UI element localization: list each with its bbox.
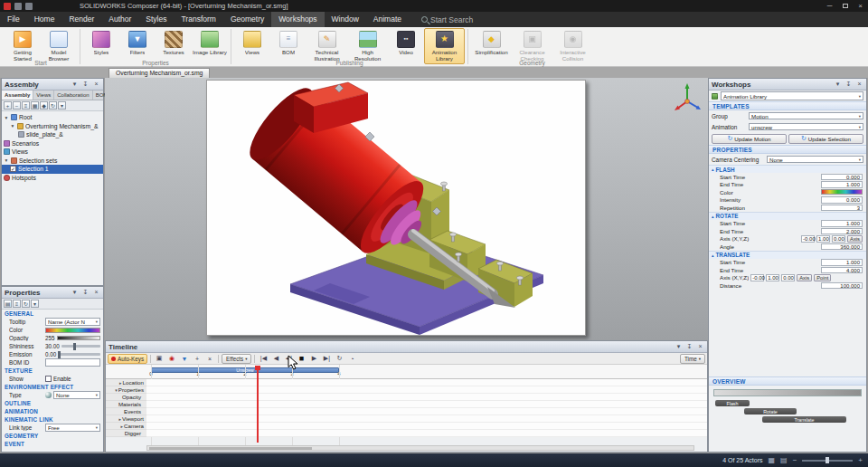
step-back-button[interactable]: ◀ xyxy=(270,354,281,364)
translate-axis-button[interactable]: Axis xyxy=(797,274,812,281)
section-kinematic[interactable]: KINEMATIC LINK xyxy=(2,415,103,424)
panel-menu-icon[interactable]: ▾ xyxy=(71,289,79,296)
orientation-triad[interactable] xyxy=(672,81,703,112)
panel-menu-icon[interactable]: ▾ xyxy=(71,81,79,88)
start-search[interactable]: Start Search xyxy=(421,12,473,27)
views-button[interactable]: Views xyxy=(234,28,270,64)
clock-icon[interactable]: ◔ xyxy=(346,354,357,364)
rotate-axis-z-input[interactable]: 0.00 xyxy=(832,235,845,243)
menu-workshops[interactable]: Workshops xyxy=(271,12,324,27)
go-to-start-button[interactable]: |◀ xyxy=(258,354,269,364)
translate-axis-x-input[interactable]: -0.00 xyxy=(750,274,764,281)
interactive-collision-detection-button[interactable]: ◉ Interactive Collision Detection xyxy=(552,28,593,64)
model-browser-button[interactable]: Model Browser xyxy=(41,28,77,64)
section-general[interactable]: GENERAL xyxy=(2,310,103,318)
menu-window[interactable]: Window xyxy=(325,12,366,27)
track-materials[interactable]: Materials xyxy=(106,401,707,408)
grid-view-icon[interactable]: ▦ xyxy=(769,456,776,464)
menu-geometry[interactable]: Geometry xyxy=(223,12,271,27)
tree-list-icon[interactable]: ≡ xyxy=(22,101,30,110)
menu-home[interactable]: Home xyxy=(27,12,62,27)
expander-icon[interactable]: ▾ xyxy=(10,123,15,129)
tree-item-selection-sets[interactable]: ▾ Selection sets xyxy=(2,157,103,166)
rotate-section-header[interactable]: ▴ROTATE xyxy=(709,212,866,220)
panel-menu-icon[interactable]: ▾ xyxy=(675,343,683,350)
tree-options-icon[interactable]: ▾ xyxy=(58,101,66,110)
shininess-slider[interactable] xyxy=(61,345,100,348)
clearance-checking-button[interactable]: ▣ Clearance Checking xyxy=(512,28,552,64)
overview-rotate-bar[interactable]: Rotate xyxy=(744,408,797,415)
rotate-axis-y-input[interactable]: 1.00 xyxy=(816,235,830,243)
rotate-axis-x-input[interactable]: -0.00 xyxy=(801,235,815,243)
track-lane[interactable] xyxy=(146,379,707,386)
styles-button[interactable]: Styles xyxy=(83,28,119,64)
section-texture[interactable]: TEXTURE xyxy=(2,367,103,375)
texture-enable-checkbox[interactable] xyxy=(45,376,52,382)
pin-icon[interactable]: ↧ xyxy=(81,289,90,296)
getting-started-button[interactable]: ▶ Getting Started xyxy=(5,28,41,64)
track-lane[interactable] xyxy=(146,423,707,430)
flash-end-input[interactable]: 1.000 xyxy=(821,181,863,188)
section-outline[interactable]: OUTLINE xyxy=(2,399,103,407)
quick-save-icon[interactable] xyxy=(14,3,22,10)
track-camera[interactable]: ▸Camera xyxy=(106,423,707,430)
pin-icon[interactable]: ↧ xyxy=(844,81,853,88)
section-environment[interactable]: ENVIRONMENT EFFECT xyxy=(2,383,103,391)
play-button[interactable]: ▶ xyxy=(308,354,319,364)
flash-repetition-input[interactable]: 3 xyxy=(821,205,863,212)
tree-filter-icon[interactable]: ◆ xyxy=(40,101,48,110)
track-opacity[interactable]: Opacity xyxy=(106,394,707,401)
tree-item-slide-plate[interactable]: slide_plate_& xyxy=(2,130,103,139)
zoom-slider[interactable] xyxy=(802,460,853,462)
translate-axis-y-input[interactable]: 1.00 xyxy=(766,274,779,281)
close-button[interactable]: × xyxy=(853,0,868,12)
animation-dropdown[interactable]: unscrew▾ xyxy=(749,123,863,131)
rotate-angle-input[interactable]: 360.000 xyxy=(821,243,863,251)
delete-key-icon[interactable]: × xyxy=(204,354,215,364)
expander-icon[interactable]: ▾ xyxy=(4,115,9,120)
video-button[interactable]: ▪▪ Video xyxy=(388,28,424,64)
bom-button[interactable]: ≡ BOM xyxy=(270,28,307,64)
pin-icon[interactable]: ↧ xyxy=(685,343,693,350)
environment-type-dropdown[interactable]: None▾ xyxy=(53,391,100,399)
rotate-end-input[interactable]: 2.000 xyxy=(821,228,863,235)
zoom-in-icon[interactable]: + xyxy=(858,456,863,464)
rotate-axis-button[interactable]: Axis xyxy=(847,235,863,243)
panel-menu-icon[interactable]: ▾ xyxy=(834,81,842,88)
pin-icon[interactable]: ↧ xyxy=(81,81,90,88)
emission-slider[interactable] xyxy=(58,353,100,356)
menu-render[interactable]: Render xyxy=(61,12,101,27)
monitor-icon[interactable]: ▤ xyxy=(780,456,788,464)
tree-item-hotspots[interactable]: Hotspots xyxy=(2,174,103,183)
image-library-button[interactable]: Image Library xyxy=(192,28,228,64)
track-lane[interactable] xyxy=(146,415,707,423)
track-lane[interactable] xyxy=(146,408,707,415)
opacity-slider[interactable] xyxy=(57,336,100,340)
track-viewport[interactable]: ▸Viewport xyxy=(106,415,707,423)
animation-library-button[interactable]: ★ Animation Library xyxy=(424,28,465,64)
scrollbar-thumb[interactable] xyxy=(149,447,312,450)
color-swatch[interactable] xyxy=(45,328,100,333)
update-motion-button[interactable]: ↻ Update Motion xyxy=(712,134,787,144)
tree-item-views[interactable]: Views xyxy=(2,148,103,157)
section-event[interactable]: EVENT xyxy=(2,440,103,448)
tree-refresh-icon[interactable]: ↻ xyxy=(49,101,57,110)
camera-key-icon[interactable]: ▣ xyxy=(154,354,165,364)
model-overturning-mechanism[interactable] xyxy=(207,81,587,337)
filter-keys-icon[interactable]: ▼ xyxy=(179,354,190,364)
translate-distance-input[interactable]: 100.000 xyxy=(821,282,863,290)
zoom-out-icon[interactable]: − xyxy=(793,456,797,464)
menu-file[interactable]: File xyxy=(0,12,27,27)
track-lane[interactable] xyxy=(146,401,707,408)
flash-start-input[interactable]: 0.000 xyxy=(821,174,863,181)
selection-checkbox[interactable]: ✓ xyxy=(10,166,16,172)
properties-options-icon[interactable]: ▾ xyxy=(31,300,39,308)
tree-item-selection-1[interactable]: ✓ Selection 1 xyxy=(2,165,103,174)
flash-color-swatch[interactable] xyxy=(821,189,863,195)
close-panel-icon[interactable]: × xyxy=(92,289,100,296)
playhead[interactable] xyxy=(257,366,259,443)
zoom-slider-thumb[interactable] xyxy=(826,457,829,463)
menu-animate[interactable]: Animate xyxy=(366,12,409,27)
viewport-3d[interactable] xyxy=(105,78,708,340)
overview-flash-bar[interactable]: Flash xyxy=(715,400,750,406)
